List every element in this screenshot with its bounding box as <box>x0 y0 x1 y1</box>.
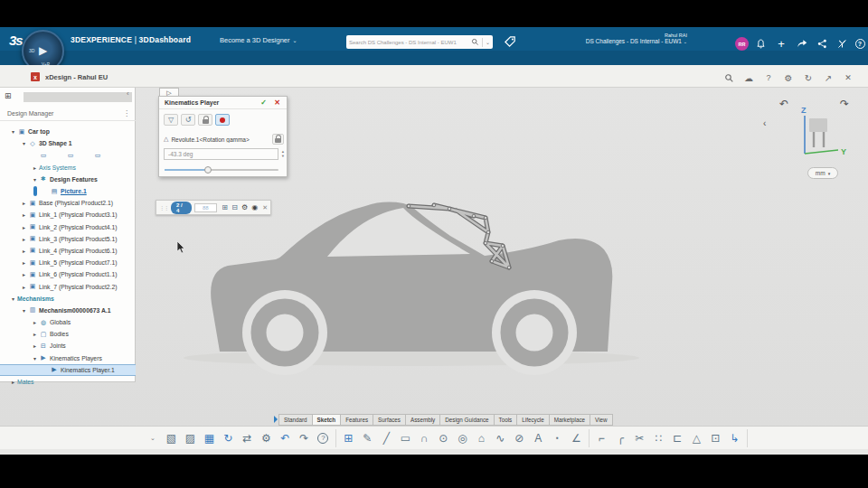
user-info[interactable]: Rahul RAI DS Challenges - DS Internal - … <box>561 33 687 44</box>
tab-tools[interactable]: Tools <box>494 414 517 426</box>
global-search-input[interactable]: Search DS Challenges - DS Internal - EUW… <box>346 35 493 49</box>
ok-check-icon[interactable]: ✓ <box>260 99 267 107</box>
tab-sketch[interactable]: Sketch <box>312 414 341 426</box>
record-stop-icon[interactable]: ◉ <box>250 203 259 211</box>
tree-item-kinematics-players[interactable]: ▾▶Kinematics Players <box>0 352 136 364</box>
tree-item-base[interactable]: ▸▣Base (Physical Product2.1) <box>0 197 136 209</box>
tree-right-arrow-icon[interactable]: ▸ <box>9 379 17 385</box>
project-icon[interactable]: ⊡ <box>706 429 725 447</box>
freehand-icon[interactable]: ✎ <box>358 429 377 447</box>
tree-item-axis-systems[interactable]: ▸Axis Systems <box>0 162 136 174</box>
new-3d-shape-icon[interactable]: ▧ <box>162 429 181 447</box>
ellipse-icon[interactable]: ◎ <box>453 429 472 447</box>
lock-dof-button[interactable] <box>272 134 284 145</box>
tree-item-mechanisms[interactable]: ▾Mechanisms <box>0 293 136 305</box>
transfer-icon[interactable]: ⇄ <box>238 429 257 447</box>
tree-right-arrow-icon[interactable]: ▸ <box>20 259 28 266</box>
offset-icon[interactable]: ⊏ <box>668 429 687 447</box>
tree-down-arrow-icon[interactable]: ▾ <box>31 176 39 183</box>
help-icon[interactable]: ? <box>762 71 775 84</box>
tree-item-link-3[interactable]: ▸▣Link_3 (Physical Product5.1) <box>0 233 136 245</box>
spline-icon[interactable]: ∿ <box>491 429 510 447</box>
pattern-icon[interactable]: ∷ <box>649 429 668 447</box>
fillet-icon[interactable]: ╭ <box>611 429 630 447</box>
rotate-right-arrow[interactable]: ↷ <box>840 98 849 110</box>
tree-item-link-1[interactable]: ▸▣Link_1 (Physical Product3.1) <box>0 209 136 221</box>
tree-item-kinematics-player-1[interactable]: ▶Kinematics Player.1 <box>0 364 136 376</box>
lock-icon-button[interactable] <box>198 114 212 126</box>
polygon-icon[interactable]: ⌂ <box>472 429 491 447</box>
frame-value-field[interactable]: 88 <box>194 203 218 212</box>
close-icon[interactable]: ✕ <box>262 204 268 211</box>
tree-down-arrow-icon[interactable]: ▾ <box>20 307 28 314</box>
settings-icon[interactable]: ⚙ <box>240 203 250 211</box>
tree-right-arrow-icon[interactable]: ▸ <box>20 236 28 242</box>
redo-icon[interactable]: ↷ <box>295 429 314 447</box>
tab-features[interactable]: Features <box>340 414 373 426</box>
polyline-icon[interactable]: ∠ <box>567 429 586 447</box>
filter-icon-button[interactable]: ▽ <box>164 114 178 126</box>
refresh-icon[interactable]: ↻ <box>802 71 815 84</box>
panel-menu-icon[interactable]: ⋮ <box>123 109 130 117</box>
pin-icon[interactable]: ↗ <box>822 71 835 84</box>
tree-right-arrow-icon[interactable]: ▸ <box>31 343 39 349</box>
add-frame-icon[interactable]: ⊞ <box>220 203 230 211</box>
tree-right-arrow-icon[interactable]: ▸ <box>31 319 39 325</box>
tree-down-arrow-icon[interactable]: ▾ <box>20 140 28 146</box>
constraint-icon[interactable]: △ <box>687 429 706 447</box>
spinner-down-icon[interactable]: ▾ <box>282 155 284 159</box>
tree-item-mates[interactable]: ▸Mates <box>0 376 136 388</box>
tree-item-design-features[interactable]: ▾✱Design Features <box>0 174 136 185</box>
exit-sketch-icon[interactable]: ↳ <box>725 429 744 447</box>
tab-marketplace[interactable]: Marketplace <box>549 414 590 426</box>
tab-standard[interactable]: Standard <box>278 414 312 426</box>
pan-left-arrow[interactable]: ‹ <box>763 118 766 128</box>
help-icon[interactable]: ? <box>853 36 867 51</box>
swym-icon[interactable] <box>835 36 849 51</box>
remove-frame-icon[interactable]: ⊟ <box>230 203 240 211</box>
angle-slider-track[interactable] <box>165 169 278 171</box>
add-content-icon[interactable]: + <box>774 36 788 51</box>
zx-plane-icon[interactable]: ▭ <box>93 152 102 159</box>
tree-item-link-5[interactable]: ▸▣Link_5 (Physical Product7.1) <box>0 257 136 268</box>
tab-view[interactable]: View <box>590 414 613 426</box>
angle-value-input[interactable]: -43.3 deg <box>164 148 278 160</box>
tree-item-planes[interactable]: ▭▭▭ <box>0 149 136 161</box>
panel-quick-filter[interactable] <box>24 92 132 102</box>
tree-right-arrow-icon[interactable]: ▸ <box>31 164 39 171</box>
text-icon[interactable]: A <box>529 429 548 447</box>
rectangle-icon[interactable]: ▭ <box>396 429 415 447</box>
tree-item-link-4[interactable]: ▸▣Link_4 (Physical Product6.1) <box>0 245 136 257</box>
arc-icon[interactable]: ∩ <box>415 429 434 447</box>
toolbar-collapse-icon[interactable]: ⌄ <box>150 435 156 442</box>
search-scope-chevron-icon[interactable]: ⌄ <box>486 39 490 45</box>
tab-lifecycle[interactable]: Lifecycle <box>516 414 549 426</box>
tab-assembly[interactable]: Assembly <box>405 414 439 426</box>
line-icon[interactable]: ╱ <box>377 429 396 447</box>
tree-right-arrow-icon[interactable]: ▸ <box>20 224 28 230</box>
tree-item-3d-shape-1[interactable]: ▾◇3D Shape 1 <box>0 137 136 149</box>
undo-icon[interactable]: ↶ <box>276 429 295 447</box>
tree-down-arrow-icon[interactable]: ▾ <box>9 128 17 135</box>
tree-item-link-2[interactable]: ▸▣Link_2 (Physical Product4.1) <box>0 221 136 233</box>
import-part-icon[interactable]: ▨ <box>181 429 200 447</box>
avatar[interactable]: RR <box>735 37 749 51</box>
cloud-icon[interactable]: ☁ <box>742 71 755 84</box>
tab-surfaces[interactable]: Surfaces <box>373 414 405 426</box>
search-icon[interactable] <box>722 71 735 84</box>
slider-handle[interactable] <box>204 166 212 174</box>
yz-plane-icon[interactable]: ▭ <box>66 152 75 159</box>
settings-icon[interactable]: ⚙ <box>257 429 276 447</box>
save-icon[interactable]: ▦ <box>200 429 219 447</box>
tree-down-arrow-icon[interactable]: ▾ <box>31 355 39 361</box>
tree-options-icon[interactable]: ⊞ <box>5 91 12 100</box>
tree-item-mechanism-00000673[interactable]: ▾▥Mechanism00000673 A.1 <box>0 305 136 316</box>
tree-item-globals[interactable]: ▸◍Globals <box>0 316 136 328</box>
tree-right-arrow-icon[interactable]: ▸ <box>20 211 28 218</box>
tenant-selector[interactable]: DS Challenges - DS Internal - EUW1 ⌄ <box>561 38 687 44</box>
tree-down-arrow-icon[interactable]: ▾ <box>9 296 17 302</box>
notifications-bell-icon[interactable] <box>753 36 768 51</box>
trim-icon[interactable]: ✂ <box>630 429 649 447</box>
tab-design-guidance[interactable]: Design Guidance <box>439 414 493 426</box>
tree-right-arrow-icon[interactable]: ▸ <box>31 331 39 337</box>
